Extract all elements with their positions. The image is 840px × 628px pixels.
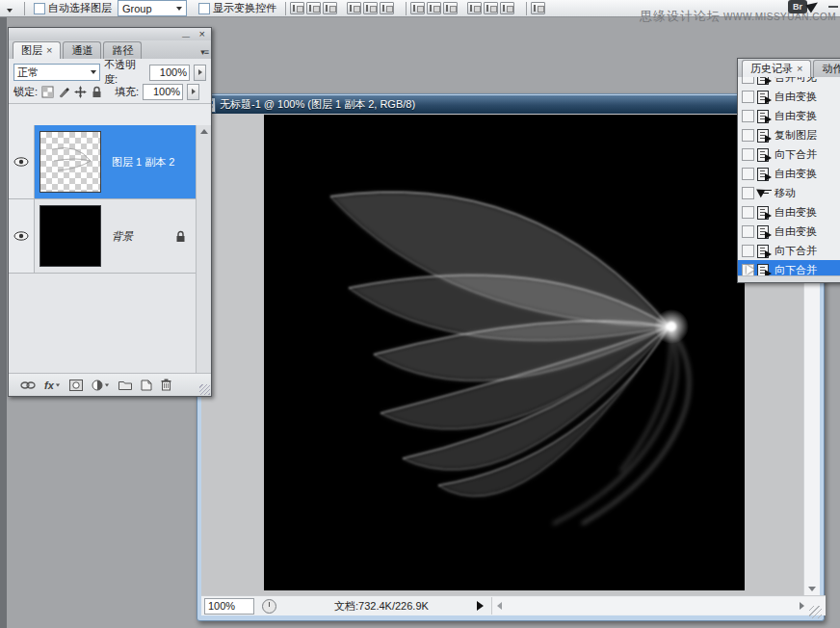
delete-layer-trash-icon[interactable] xyxy=(161,379,171,391)
layer-thumbnail[interactable] xyxy=(39,205,101,267)
layer-row[interactable]: 图层 1 副本 2 xyxy=(9,125,196,199)
history-state-row[interactable]: 合并可见 xyxy=(738,77,840,87)
history-doc-icon xyxy=(757,91,770,103)
panel-resize-grip[interactable] xyxy=(199,384,210,395)
tab-history[interactable]: 历史记录× xyxy=(742,60,811,77)
add-layer-mask-icon[interactable] xyxy=(69,379,83,391)
opacity-field[interactable]: 100% xyxy=(149,65,190,81)
history-doc-icon xyxy=(757,77,770,84)
layer-visibility-toggle[interactable] xyxy=(9,199,35,273)
history-state-row[interactable]: 自由变换 xyxy=(738,202,840,222)
horizontal-scrollbar[interactable] xyxy=(491,597,826,615)
scroll-down-icon[interactable] xyxy=(808,587,816,591)
history-state-label: 移动 xyxy=(774,186,796,200)
align-bottom-edges-icon[interactable] xyxy=(323,2,337,14)
bridge-button[interactable]: Br xyxy=(788,0,807,13)
layer-name[interactable]: 图层 1 副本 2 xyxy=(106,125,196,198)
scroll-up-icon[interactable] xyxy=(200,129,208,134)
history-brush-source-checkbox[interactable] xyxy=(742,206,754,219)
layer-row[interactable]: 背景 xyxy=(9,199,196,274)
fill-field[interactable]: 100% xyxy=(143,84,183,100)
history-state-label: 向下合并 xyxy=(774,244,817,258)
distribute-bottom-edges-icon[interactable] xyxy=(443,2,458,14)
history-state-row[interactable]: 自由变换 xyxy=(738,87,840,106)
scroll-right-icon[interactable] xyxy=(800,602,804,610)
history-brush-source-checkbox[interactable] xyxy=(742,168,754,180)
history-state-label: 向下合并 xyxy=(774,147,817,162)
history-state-label: 自由变换 xyxy=(774,205,817,220)
tab-close-icon[interactable]: × xyxy=(46,44,52,56)
toolbox-edge-strip xyxy=(0,17,7,628)
blend-mode-dropdown[interactable]: 正常 xyxy=(13,64,100,81)
layer-style-fx-icon[interactable]: fx xyxy=(44,379,61,391)
fill-slider-button[interactable] xyxy=(187,84,199,100)
opacity-slider-button[interactable] xyxy=(194,65,206,81)
tool-preset-picker[interactable] xyxy=(4,3,15,14)
show-transform-controls-checkbox[interactable] xyxy=(198,3,210,14)
adjustment-layer-icon[interactable] xyxy=(92,379,110,391)
history-brush-source-checkbox[interactable] xyxy=(742,129,754,142)
tab-layers[interactable]: 图层× xyxy=(13,41,61,59)
history-state-row[interactable]: 向下合并 xyxy=(738,260,840,276)
history-state-row[interactable]: 自由变换 xyxy=(738,164,840,183)
history-state-row[interactable]: 复制图层 xyxy=(738,125,840,144)
align-horizontal-centers-icon[interactable] xyxy=(363,2,378,14)
layers-panel: — × 图层× 通道 路径 ▾≡ 正常 不透明度: 100% 锁定: xyxy=(8,27,212,397)
tab-actions[interactable]: 动作 xyxy=(813,60,840,77)
align-right-edges-icon[interactable] xyxy=(380,2,394,14)
panel-close-icon[interactable]: × xyxy=(199,29,205,39)
align-left-edges-icon[interactable] xyxy=(347,2,361,14)
tab-close-icon[interactable]: × xyxy=(797,63,802,74)
auto-align-layers-icon[interactable] xyxy=(531,2,545,14)
separator xyxy=(526,2,527,15)
link-layers-icon[interactable] xyxy=(20,381,36,389)
history-state-row[interactable]: 向下合并 xyxy=(738,241,840,260)
group-select-dropdown[interactable]: Group xyxy=(118,0,187,16)
panel-menu-icon[interactable]: ▾≡ xyxy=(200,47,208,57)
zoom-level-field[interactable]: 100% xyxy=(204,598,254,615)
scroll-left-icon[interactable] xyxy=(497,602,502,610)
history-state-row[interactable]: 自由变换 xyxy=(738,106,840,125)
history-state-label: 自由变换 xyxy=(774,224,817,239)
history-state-row[interactable]: 向下合并 xyxy=(738,144,840,164)
layer-visibility-toggle[interactable] xyxy=(9,125,35,198)
window-resize-grip[interactable] xyxy=(809,606,822,618)
document-window: 无标题-1 @ 100% (图层 1 副本 2, RGB/8) xyxy=(197,93,825,621)
history-brush-source-checkbox[interactable] xyxy=(742,225,754,238)
history-state-row[interactable]: 自由变换 xyxy=(738,222,840,241)
distribute-top-edges-icon[interactable] xyxy=(410,2,425,14)
status-menu-arrow-button[interactable] xyxy=(477,601,484,611)
lock-transparency-icon[interactable] xyxy=(41,86,54,98)
new-group-folder-icon[interactable] xyxy=(118,379,132,390)
history-brush-source-checkbox[interactable] xyxy=(742,77,754,84)
auto-select-layer-checkbox[interactable] xyxy=(34,3,45,14)
history-state-label: 向下合并 xyxy=(774,263,817,277)
tab-channels[interactable]: 通道 xyxy=(63,41,101,59)
history-brush-source-checkbox[interactable] xyxy=(742,148,754,161)
history-state-row[interactable]: 移动 xyxy=(738,183,840,202)
layers-scrollbar[interactable] xyxy=(196,125,211,385)
layers-panel-footer: fx xyxy=(9,373,211,396)
lock-position-icon[interactable] xyxy=(74,86,87,98)
history-brush-source-checkbox[interactable] xyxy=(742,245,754,257)
canvas-image[interactable] xyxy=(264,115,745,590)
new-layer-icon[interactable] xyxy=(141,379,152,391)
align-vertical-centers-icon[interactable] xyxy=(306,2,321,14)
lock-paint-icon[interactable] xyxy=(58,86,70,98)
history-brush-source-checkbox[interactable] xyxy=(742,187,754,199)
layer-name[interactable]: 背景 xyxy=(106,199,162,273)
document-titlebar[interactable]: 无标题-1 @ 100% (图层 1 副本 2, RGB/8) xyxy=(198,95,823,114)
history-brush-source-checkbox[interactable] xyxy=(742,91,754,103)
history-state-label: 合并可见 xyxy=(774,77,817,85)
history-brush-source-checkbox[interactable] xyxy=(742,110,754,122)
layer-thumbnail[interactable] xyxy=(39,131,101,193)
separator xyxy=(24,2,25,15)
align-top-edges-icon[interactable] xyxy=(290,2,304,14)
distribute-right-edges-icon[interactable] xyxy=(500,2,514,14)
lock-all-icon[interactable] xyxy=(91,86,103,98)
distribute-horizontal-centers-icon[interactable] xyxy=(484,2,498,14)
layers-panel-titlebar[interactable]: — × xyxy=(9,28,211,40)
tab-paths[interactable]: 路径 xyxy=(103,41,142,59)
distribute-vertical-centers-icon[interactable] xyxy=(427,2,441,14)
distribute-left-edges-icon[interactable] xyxy=(467,2,482,14)
